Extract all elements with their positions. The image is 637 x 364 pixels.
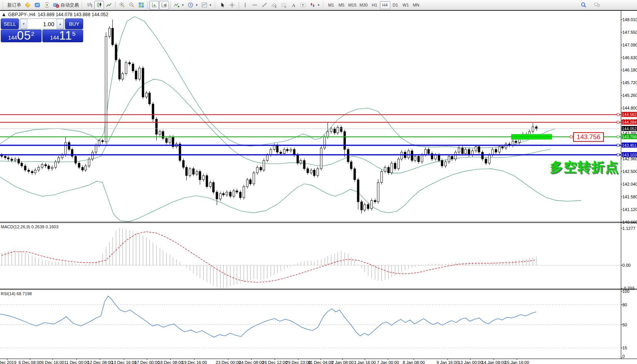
bull-candle [226, 192, 228, 195]
svg-text:26 Dec 12:00: 26 Dec 12:00 [262, 360, 287, 364]
signal-icon [44, 2, 50, 8]
bear-candle [119, 60, 120, 79]
clock-icon [187, 2, 194, 8]
crosshair-button[interactable] [227, 1, 237, 10]
svg-text:143.756: 143.756 [622, 135, 637, 139]
bull-candle [310, 170, 312, 173]
toolbar-handle [82, 1, 83, 9]
time-axis: Dec 20196 Dec 08:009 Dec 16:0011 Dec 00:… [0, 359, 529, 364]
price-callout-label[interactable]: 143.756 [573, 132, 604, 142]
zoom-out-button[interactable] [127, 1, 136, 10]
svg-text:146.180: 146.180 [622, 68, 637, 72]
new-order-button[interactable]: 新订单 [6, 1, 23, 10]
indicators-button[interactable]: ▼ [172, 1, 186, 10]
candlestick-chart-button[interactable] [94, 1, 104, 10]
trendline-button[interactable] [260, 1, 269, 10]
timeframe-h1-button[interactable]: H1 [369, 1, 380, 9]
bull-candle [425, 150, 426, 155]
zoom-out-icon [129, 2, 135, 8]
chart-shift-button[interactable] [159, 1, 169, 10]
chat-button[interactable] [592, 1, 602, 10]
bars-chart-button[interactable] [85, 1, 94, 10]
chart-window[interactable]: 148.010147.550147.090146.630146.180145.7… [0, 10, 637, 364]
bear-candle [192, 169, 194, 174]
timeframe-m30-button[interactable]: M30 [358, 1, 369, 9]
svg-text:18 Dec 08:00: 18 Dec 08:00 [158, 360, 183, 364]
timeframe-mn-button[interactable]: MN [411, 1, 421, 9]
svg-text:0: 0 [622, 354, 625, 359]
sell-price-display[interactable]: 144052 [1, 30, 42, 42]
cursor-button[interactable] [218, 1, 227, 10]
signals-button[interactable] [42, 1, 52, 10]
svg-text:8 Jan 08:00: 8 Jan 08:00 [403, 360, 425, 364]
bull-candle [98, 141, 100, 145]
line-chart-button[interactable] [104, 1, 114, 10]
bull-candle [41, 165, 43, 167]
vertical-line-button[interactable] [241, 1, 250, 10]
templates-button[interactable]: ▼ [200, 1, 214, 10]
ohlc-values: 143.889 144.078 143.888 144.052 [38, 12, 109, 17]
bull-candle [58, 158, 60, 162]
gold-diamond-button[interactable] [23, 1, 32, 10]
bull-candle [270, 150, 272, 155]
svg-text:50: 50 [622, 322, 627, 327]
bear-candle [428, 150, 430, 154]
buy-price-display[interactable]: 144115 [42, 30, 83, 42]
bull-candle [455, 152, 456, 159]
chevron-down-icon: ▼ [195, 3, 198, 7]
chevron-down-icon: ▼ [209, 3, 212, 7]
volume-input[interactable] [27, 19, 57, 29]
search-button[interactable] [578, 1, 588, 10]
svg-text:140.660: 140.660 [622, 220, 637, 224]
line-anchor [617, 113, 619, 116]
periods-button[interactable]: ▼ [186, 1, 200, 10]
bear-candle [411, 151, 413, 160]
svg-text:7 Jan 00:00: 7 Jan 00:00 [377, 360, 399, 364]
bear-candle [334, 129, 336, 133]
autotrading-button[interactable]: 自动交易 [52, 1, 80, 10]
toolbar-separator [147, 2, 148, 9]
bull-candle [414, 156, 416, 161]
bull-candle [300, 160, 302, 163]
bear-candle [438, 155, 440, 160]
bear-candle [357, 180, 359, 202]
svg-text:9 Jan 16:00: 9 Jan 16:00 [436, 360, 459, 364]
bull-candle [55, 162, 57, 167]
arrows-icon [309, 2, 316, 8]
timeframe-m5-button[interactable]: M5 [336, 1, 347, 9]
volume-up-button[interactable]: ▲ [57, 19, 64, 29]
auto-scroll-button[interactable] [149, 1, 159, 10]
bull-candle [219, 193, 221, 199]
fibonacci-button[interactable]: F [279, 1, 289, 10]
text-label-button[interactable]: T [298, 1, 308, 10]
text-a-icon: A [290, 2, 296, 8]
terminal-icon [34, 2, 40, 8]
terminal-button[interactable] [32, 1, 42, 10]
svg-text:145.720: 145.720 [622, 80, 637, 85]
chat-icon [594, 2, 600, 8]
timeframe-m1-button[interactable]: M1 [326, 1, 336, 9]
tile-windows-button[interactable] [136, 1, 146, 10]
timeframe-m15-button[interactable]: M15 [347, 1, 358, 9]
chevron-down-icon: ▼ [181, 3, 184, 7]
timeframe-d1-button[interactable]: D1 [390, 1, 401, 9]
bear-candle [495, 150, 497, 152]
timeframe-w1-button[interactable]: W1 [401, 1, 411, 9]
timeframe-h4-button[interactable]: H4 [380, 1, 390, 9]
macd-header: MACD(12,26,9) 0.2639 0.1603 [1, 224, 59, 229]
channel-button[interactable]: E [269, 1, 279, 10]
buy-button[interactable]: BUY [65, 18, 83, 29]
bull-candle [273, 145, 275, 150]
bull-candle [465, 150, 466, 154]
svg-text:17 Dec 00:00: 17 Dec 00:00 [134, 360, 159, 364]
volume-down-button[interactable]: ▼ [20, 19, 27, 29]
sell-button[interactable]: SELL [1, 18, 19, 29]
zoom-in-button[interactable] [117, 1, 127, 10]
arrows-button[interactable]: ▼ [308, 1, 322, 10]
chart-canvas[interactable]: 148.010147.550147.090146.630146.180145.7… [0, 10, 637, 364]
text-button[interactable]: A [289, 1, 298, 10]
annotation-text[interactable]: 多空转折点 [550, 158, 619, 176]
horizontal-line-button[interactable] [250, 1, 260, 10]
rsi-header: RSI(14) 68.7198 [1, 291, 32, 296]
bear-candle [21, 163, 23, 166]
